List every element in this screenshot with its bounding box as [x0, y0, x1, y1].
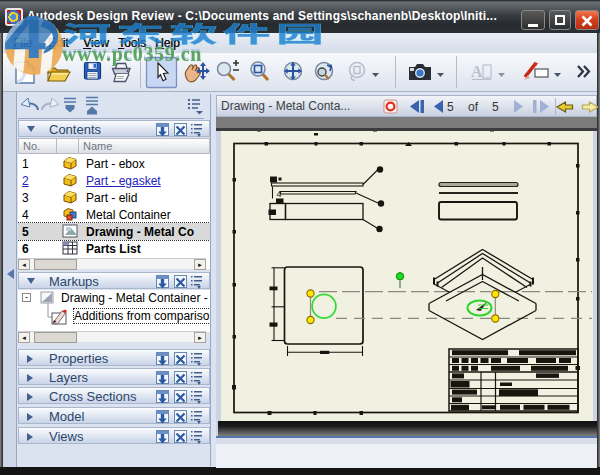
- svg-text:www.pc0359.cn: www.pc0359.cn: [62, 43, 202, 66]
- svg-text:4: 4: [4, 2, 47, 72]
